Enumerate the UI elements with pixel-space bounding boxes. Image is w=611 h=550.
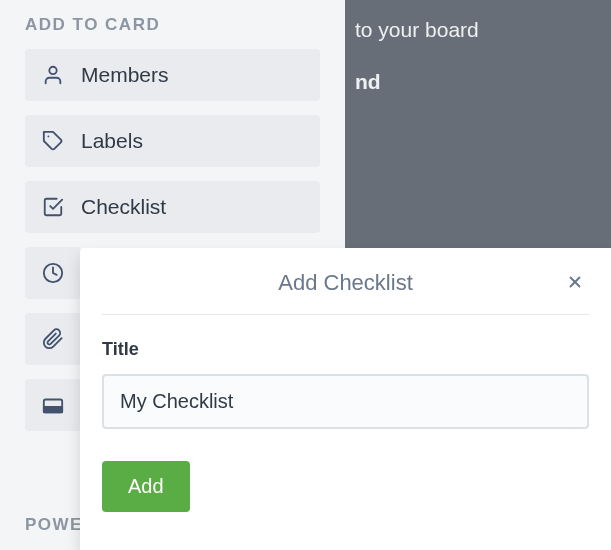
checklist-title-input[interactable] [102, 374, 589, 429]
cover-button[interactable] [25, 379, 81, 431]
popover-body: Title Add [102, 315, 589, 512]
clock-icon [41, 261, 65, 285]
checklist-button[interactable]: Checklist [25, 181, 320, 233]
backdrop-text: nd [355, 70, 601, 94]
tag-icon [41, 129, 65, 153]
user-icon [41, 63, 65, 87]
labels-button[interactable]: Labels [25, 115, 320, 167]
members-button[interactable]: Members [25, 49, 320, 101]
close-icon [566, 273, 584, 291]
add-checklist-popover: Add Checklist Title Add [80, 248, 611, 550]
backdrop-text: to your board [355, 18, 601, 42]
dates-button[interactable] [25, 247, 81, 299]
paperclip-icon [41, 327, 65, 351]
sidebar-item-label: Labels [81, 129, 143, 153]
title-label: Title [102, 339, 589, 360]
popover-title: Add Checklist [278, 270, 413, 295]
sidebar-item-label: Members [81, 63, 169, 87]
sidebar-item-label: Checklist [81, 195, 166, 219]
check-square-icon [41, 195, 65, 219]
attachment-button[interactable] [25, 313, 81, 365]
modal-backdrop: to your board nd [345, 0, 611, 248]
add-button[interactable]: Add [102, 461, 190, 512]
section-title: ADD TO CARD [25, 15, 320, 35]
close-button[interactable] [561, 268, 589, 296]
powerups-title: POWE [25, 515, 83, 535]
svg-point-0 [49, 67, 56, 74]
svg-rect-4 [44, 407, 62, 413]
card-icon [41, 393, 65, 417]
popover-header: Add Checklist [102, 248, 589, 315]
